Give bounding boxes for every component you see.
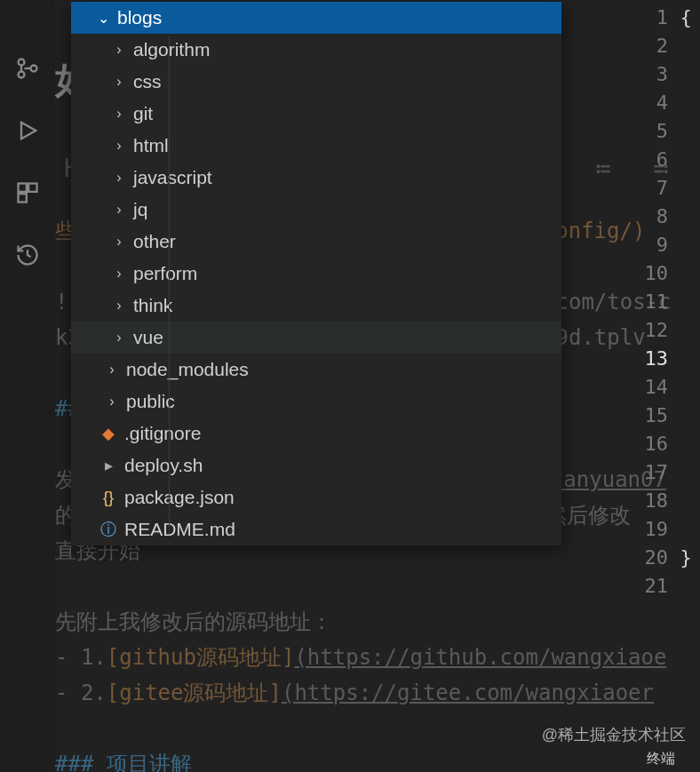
line-number: 16: [624, 430, 668, 458]
line-number: 14: [624, 373, 668, 402]
tree-folder-jq[interactable]: ›jq: [71, 194, 561, 226]
tree-folder-javascript[interactable]: ›javascript: [71, 162, 561, 194]
chevron-right-icon: ›: [110, 330, 128, 346]
tree-folder-other[interactable]: ›other: [71, 226, 561, 258]
tree-folder-css[interactable]: ›css: [71, 66, 561, 98]
tree-label: package.json: [124, 487, 235, 508]
line-number: 20: [624, 544, 668, 572]
line-number: 18: [624, 487, 668, 515]
git-file-icon: ◆: [98, 424, 119, 443]
svg-point-2: [31, 66, 37, 72]
line-number: 1: [624, 4, 668, 32]
svg-rect-5: [28, 184, 36, 192]
svg-rect-4: [19, 184, 27, 192]
tree-folder-blogs[interactable]: ⌄ blogs: [71, 2, 561, 34]
line-number: 17: [624, 458, 668, 487]
tree-label: .gitignore: [124, 423, 201, 444]
svg-point-1: [19, 72, 25, 78]
chevron-right-icon: ›: [110, 42, 128, 58]
history-icon[interactable]: [12, 240, 43, 270]
svg-rect-6: [19, 194, 27, 202]
line-number: 12: [624, 316, 668, 345]
tree-folder-perform[interactable]: ›perform: [71, 258, 561, 290]
extensions-icon[interactable]: [12, 178, 43, 208]
tree-label: html: [133, 135, 169, 156]
chevron-right-icon: ›: [103, 394, 121, 410]
chevron-right-icon: ›: [110, 74, 128, 90]
json-file-icon: {}: [98, 489, 119, 507]
line-number: 6: [624, 146, 668, 174]
tree-label: node_modules: [126, 359, 249, 380]
tree-file-README-md[interactable]: ⓘREADME.md: [71, 513, 561, 545]
tree-folder-git[interactable]: ›git: [71, 98, 561, 130]
tree-folder-vue[interactable]: ›vue: [71, 322, 561, 354]
tree-folder-node_modules[interactable]: ›node_modules: [71, 354, 561, 386]
activity-bar: [0, 0, 55, 772]
tree-label: vue: [133, 327, 163, 348]
chevron-right-icon: ›: [110, 202, 128, 218]
chevron-right-icon: ›: [110, 234, 128, 250]
line-number: 4: [624, 89, 668, 117]
chevron-right-icon: ›: [110, 106, 128, 122]
tree-label: perform: [133, 263, 197, 284]
tree-label: public: [126, 391, 175, 412]
line-number: 5: [624, 117, 668, 146]
watermark: @稀土掘金技术社区: [542, 724, 686, 745]
line-number: 8: [624, 203, 668, 231]
tree-label: think: [133, 295, 172, 316]
line-number: 19: [624, 515, 668, 544]
tree-label: blogs: [117, 7, 162, 28]
line-number: 11: [624, 288, 668, 316]
line-number: 21: [624, 572, 668, 601]
file-explorer-tree: ⌄ blogs ›algorithm›css›git›html›javascri…: [71, 2, 561, 545]
run-debug-icon[interactable]: [12, 115, 43, 146]
line-number: 7: [624, 174, 668, 203]
line-number: 15: [624, 402, 668, 430]
line-number: 10: [624, 259, 668, 288]
line-number: 13: [624, 345, 668, 373]
editor-line: - 1.[github源码地址](https://github.com/wang…: [55, 640, 700, 675]
tree-folder-html[interactable]: ›html: [71, 130, 561, 162]
chevron-right-icon: ›: [110, 170, 128, 186]
chevron-right-icon: ›: [110, 266, 128, 282]
tree-folder-think[interactable]: ›think: [71, 290, 561, 322]
editor-line: - 2.[gitee源码地址](https://gitee.com/wangxi…: [55, 675, 700, 711]
chevron-down-icon: ⌄: [94, 10, 112, 27]
tb-ol[interactable]: ≔: [596, 151, 611, 187]
line-number: 3: [624, 60, 668, 89]
minimap-brace: {}: [672, 0, 700, 601]
editor-heading: ### 项目讲解: [55, 746, 700, 772]
tree-file-package-json[interactable]: {}package.json: [71, 482, 561, 513]
tree-label: jq: [133, 199, 147, 220]
tree-file-deploy-sh[interactable]: ▸deploy.sh: [71, 450, 561, 482]
tree-folder-algorithm[interactable]: ›algorithm: [71, 34, 561, 66]
tree-label: javascript: [133, 167, 212, 188]
tree-label: css: [133, 71, 162, 92]
svg-marker-3: [21, 123, 36, 139]
chevron-right-icon: ›: [110, 138, 128, 154]
chevron-right-icon: ›: [103, 362, 121, 378]
tree-folder-public[interactable]: ›public: [71, 386, 561, 418]
tree-label: README.md: [124, 519, 235, 540]
line-number-gutter: 123456789101112131415161718192021: [624, 0, 668, 601]
chevron-right-icon: ›: [110, 298, 128, 314]
info-file-icon: ⓘ: [98, 519, 119, 540]
line-number: 2: [624, 32, 668, 60]
tree-label: git: [133, 103, 153, 124]
tree-file--gitignore[interactable]: ◆.gitignore: [71, 418, 561, 450]
source-control-icon[interactable]: [12, 53, 43, 84]
svg-point-0: [19, 60, 25, 66]
sh-file-icon: ▸: [98, 456, 119, 475]
tree-label: deploy.sh: [124, 455, 203, 476]
tree-label: algorithm: [133, 39, 210, 60]
line-number: 9: [624, 231, 668, 259]
editor-line: 先附上我修改后的源码地址：: [55, 604, 700, 640]
terminal-tab-label[interactable]: 终端: [647, 750, 675, 768]
